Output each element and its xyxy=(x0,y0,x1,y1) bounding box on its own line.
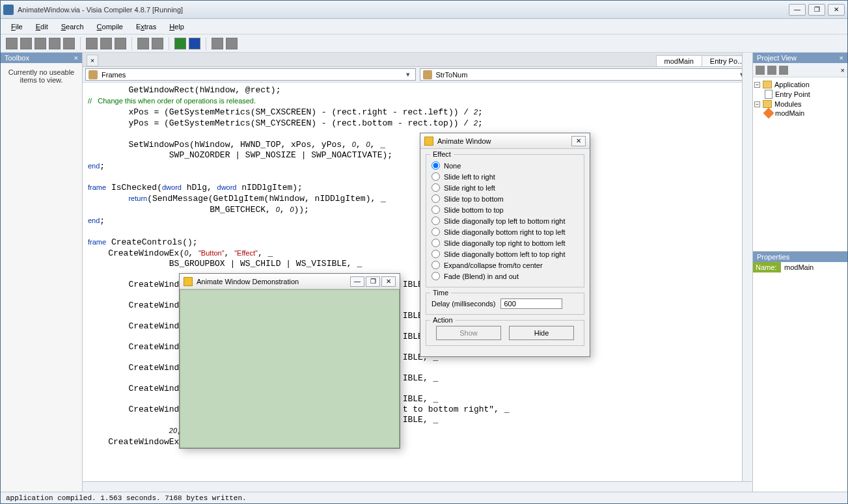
menu-help[interactable]: Help xyxy=(164,21,189,32)
statusbar: application compiled. 1.563 seconds. 716… xyxy=(1,492,847,503)
effect-radio-row[interactable]: None xyxy=(431,160,579,171)
effect-radio-row[interactable]: Slide left to right xyxy=(431,171,579,182)
app-icon xyxy=(3,5,14,15)
folder-icon xyxy=(763,81,772,88)
effect-radio[interactable] xyxy=(431,172,440,181)
toolbar-undo-icon[interactable] xyxy=(137,38,149,49)
action-legend: Action xyxy=(430,316,456,324)
menu-extras[interactable]: Extras xyxy=(131,21,161,32)
effect-label: Slide diagonally bottom left to top righ… xyxy=(444,250,566,258)
menu-search[interactable]: Search xyxy=(56,21,89,32)
tree-node-entrypoint[interactable]: Entry Point xyxy=(765,89,846,99)
effect-radio-row[interactable]: Slide diagonally top left to bottom righ… xyxy=(431,215,579,226)
property-value[interactable]: modMain xyxy=(782,262,847,272)
tab-close-icon[interactable]: × xyxy=(87,55,98,66)
toolbar-new-icon[interactable] xyxy=(6,38,18,49)
toolbar-sep xyxy=(80,37,81,50)
pv-tool-icon[interactable] xyxy=(779,66,788,75)
effect-radio-row[interactable]: Slide top to bottom xyxy=(431,193,579,204)
pv-tool-icon[interactable] xyxy=(767,66,776,75)
member-combo-right[interactable]: StrToNum ▾ xyxy=(420,68,750,81)
effect-label: Expand/collapse from/to center xyxy=(444,261,543,269)
demo-titlebar[interactable]: Animate Window Demonstration — ❐ ✕ xyxy=(180,274,400,289)
method-icon xyxy=(423,70,432,79)
toolbar-redo-icon[interactable] xyxy=(152,38,163,49)
pv-close-icon[interactable]: × xyxy=(841,66,845,74)
warning-icon xyxy=(424,137,433,146)
effect-label: Slide diagonally bottom right to top lef… xyxy=(444,228,566,236)
tree-collapse-icon[interactable]: − xyxy=(754,101,760,107)
toolbar-copy-icon[interactable] xyxy=(100,38,112,49)
toolbar-cut-icon[interactable] xyxy=(86,38,98,49)
member-combo-left[interactable]: Frames ▾ xyxy=(85,68,416,81)
toolbar-step-icon[interactable] xyxy=(212,38,223,49)
effect-radio[interactable] xyxy=(431,250,440,258)
scrollbar-vertical[interactable] xyxy=(742,53,752,481)
project-tree[interactable]: − Application Entry Point − Modules xyxy=(753,77,847,251)
toolbar-sep xyxy=(131,37,132,50)
tree-node-application[interactable]: − Application xyxy=(754,80,846,89)
effect-radio-row[interactable]: Slide diagonally top right to bottom lef… xyxy=(431,237,579,248)
tree-node-modmain[interactable]: modMain xyxy=(765,109,846,118)
effect-radio[interactable] xyxy=(431,194,440,203)
toolbox-header: Toolbox × xyxy=(1,53,82,63)
close-button[interactable]: ✕ xyxy=(828,4,845,16)
toolbar-run-icon[interactable] xyxy=(174,38,186,49)
toolbar-print-icon[interactable] xyxy=(63,38,75,49)
tree-label: Entry Point xyxy=(775,90,810,98)
time-legend: Time xyxy=(430,289,451,297)
effect-radio[interactable] xyxy=(431,161,440,170)
demo-max-button[interactable]: ❐ xyxy=(366,276,380,287)
menu-compile[interactable]: Compile xyxy=(92,21,128,32)
toolbar-paste-icon[interactable] xyxy=(115,38,126,49)
effect-radio[interactable] xyxy=(431,217,440,225)
effect-radio-row[interactable]: Slide right to left xyxy=(431,182,579,193)
anim-titlebar[interactable]: Animate Window ✕ xyxy=(420,133,590,149)
effect-radio-row[interactable]: Slide bottom to top xyxy=(431,204,579,215)
toolbar-open-icon[interactable] xyxy=(20,38,32,49)
effect-radio-row[interactable]: Slide diagonally bottom left to top righ… xyxy=(431,248,579,259)
demo-close-button[interactable]: ✕ xyxy=(381,276,396,287)
effect-radio[interactable] xyxy=(431,206,440,214)
toolbar-stop-icon[interactable] xyxy=(189,38,200,49)
menu-edit[interactable]: Edit xyxy=(31,21,53,32)
effect-radio[interactable] xyxy=(431,261,440,269)
property-row-name: Name: modMain xyxy=(753,262,847,272)
effect-label: Slide top to bottom xyxy=(444,195,504,203)
project-view-close-icon[interactable]: × xyxy=(840,54,843,62)
editor-tabs: × modMain Entry Po… xyxy=(83,53,752,67)
menubar: File Edit Search Compile Extras Help xyxy=(1,19,847,34)
window-title: AnimateWindow.via - Visia Compiler 4.8.7… xyxy=(18,6,789,14)
effect-radio[interactable] xyxy=(431,239,440,247)
effect-label: Fade (Blend) in and out xyxy=(444,272,519,280)
minimize-button[interactable]: — xyxy=(789,4,806,16)
tree-collapse-icon[interactable]: − xyxy=(754,82,760,88)
project-view-header: Project View × xyxy=(753,53,847,63)
pv-tool-icon[interactable] xyxy=(756,66,765,75)
delay-label: Delay (milliseconds) xyxy=(431,300,495,308)
effect-radio-row[interactable]: Slide diagonally bottom right to top lef… xyxy=(431,226,579,237)
toolbar-saveall-icon[interactable] xyxy=(49,38,61,49)
warning-icon xyxy=(184,277,193,286)
demo-min-button[interactable]: — xyxy=(350,276,364,287)
anim-close-button[interactable]: ✕ xyxy=(571,136,586,146)
maximize-button[interactable]: ❐ xyxy=(808,4,825,16)
menu-file[interactable]: File xyxy=(6,21,28,32)
effect-legend: Effect xyxy=(430,150,454,158)
properties-header: Properties xyxy=(753,252,847,262)
effect-radio-row[interactable]: Expand/collapse from/to center xyxy=(431,259,579,271)
effect-radio[interactable] xyxy=(431,183,440,192)
effect-radio[interactable] xyxy=(431,272,440,280)
tab-modmain[interactable]: modMain xyxy=(656,55,702,66)
toolbox-close-icon[interactable]: × xyxy=(74,54,78,62)
show-button[interactable]: Show xyxy=(436,326,501,340)
hide-button[interactable]: Hide xyxy=(509,326,574,340)
effect-radio[interactable] xyxy=(431,228,440,236)
effect-radio-row[interactable]: Fade (Blend) in and out xyxy=(431,271,579,282)
toolbar-save-icon[interactable] xyxy=(34,38,46,49)
toolbar-sep xyxy=(206,37,206,50)
toolbox-empty-msg: Currently no useable items to view. xyxy=(1,63,82,89)
delay-input[interactable] xyxy=(500,298,562,309)
scrollbar-horizontal[interactable] xyxy=(83,481,752,492)
toolbar-break-icon[interactable] xyxy=(226,38,238,49)
